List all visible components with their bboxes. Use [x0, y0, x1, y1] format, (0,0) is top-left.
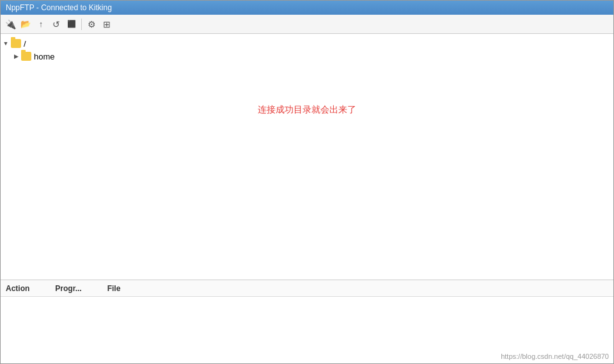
settings-icon: ⚙ — [88, 19, 96, 29]
tree-label-home: home — [34, 52, 55, 61]
open-button[interactable]: 📂 — [19, 17, 33, 31]
tree-item-root[interactable]: ▼ / — [1, 37, 613, 50]
grid-button[interactable]: ⊞ — [100, 17, 114, 31]
window-title: NppFTP - Connected to Kitking — [6, 3, 112, 12]
toolbar-separator — [81, 19, 82, 30]
file-tree-panel: ▼ / ▶ home 连接成功目录就会出来了 — [1, 34, 613, 280]
folder-open-icon: 📂 — [20, 19, 31, 29]
connect-button[interactable]: 🔌 — [3, 17, 17, 31]
upload-icon: ↑ — [39, 19, 43, 29]
watermark: https://blog.csdn.net/qq_44026870 — [501, 352, 609, 360]
title-bar: NppFTP - Connected to Kitking — [1, 1, 613, 15]
refresh-icon: ↺ — [52, 19, 60, 29]
grid-icon: ⊞ — [103, 19, 111, 29]
log-column-action: Action — [6, 284, 29, 293]
stop-icon: ⬛ — [67, 20, 76, 28]
app-window: NppFTP - Connected to Kitking 🔌 📂 ↑ ↺ ⬛ … — [0, 0, 614, 364]
toolbar: 🔌 📂 ↑ ↺ ⬛ ⚙ ⊞ — [1, 15, 613, 34]
refresh-button[interactable]: ↺ — [49, 17, 63, 31]
tree-toggle-root[interactable]: ▼ — [1, 38, 11, 49]
upload-button[interactable]: ↑ — [34, 17, 48, 31]
log-header: Action Progr... File — [1, 280, 613, 297]
main-content: ▼ / ▶ home 连接成功目录就会出来了 Action Progr... F… — [1, 34, 613, 363]
tree-container: ▼ / ▶ home — [1, 34, 613, 66]
tree-item-home[interactable]: ▶ home — [1, 50, 613, 63]
status-message: 连接成功目录就会出来了 — [258, 104, 356, 116]
settings-button[interactable]: ⚙ — [84, 17, 98, 31]
stop-button[interactable]: ⬛ — [65, 17, 79, 31]
log-column-file: File — [107, 284, 121, 293]
folder-icon-root — [11, 39, 21, 48]
connect-icon: 🔌 — [5, 19, 16, 29]
folder-icon-home — [21, 52, 31, 61]
log-column-progress: Progr... — [55, 284, 81, 293]
tree-label-root: / — [24, 39, 26, 49]
log-panel: Action Progr... File — [1, 280, 613, 363]
tree-toggle-home[interactable]: ▶ — [11, 51, 21, 61]
